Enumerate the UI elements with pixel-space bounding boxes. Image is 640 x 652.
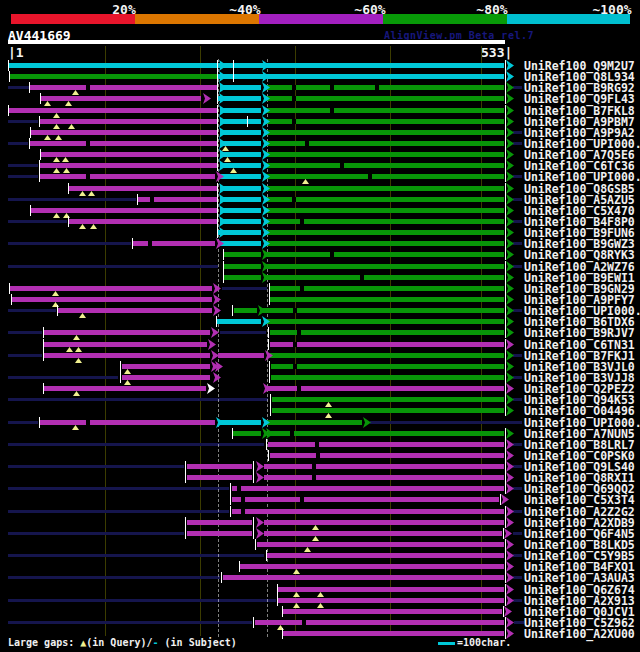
hsp-bar[interactable] [69,219,217,224]
hsp-bar[interactable] [266,174,504,179]
hsp-bar[interactable] [283,609,502,614]
hsp-bar[interactable] [58,308,212,313]
subject-extent-line [8,142,28,145]
hsp-bar[interactable] [266,85,504,90]
hsp-bar[interactable] [232,486,504,491]
hsp-bar[interactable] [218,353,264,358]
hsp-bar[interactable] [270,286,504,291]
hsp-bar[interactable] [266,119,504,124]
hsp-bar[interactable] [187,531,252,536]
hsp-bar[interactable] [122,375,210,380]
hsp-bar[interactable] [240,564,504,569]
hsp-bar[interactable] [40,163,217,168]
hsp-bar[interactable] [224,264,261,269]
hsp-bar[interactable] [266,130,504,135]
hsp-bar[interactable] [266,163,504,168]
hsp-bar[interactable] [255,620,504,625]
hsp-bar[interactable] [278,587,504,592]
hsp-bar[interactable] [283,631,504,636]
hsp-bar[interactable] [224,252,261,257]
hsp-bar[interactable] [264,520,504,525]
hsp-bar[interactable] [271,375,504,380]
hsp-bar[interactable] [268,442,504,447]
hsp-bar[interactable] [270,431,504,436]
hsp-bar[interactable] [272,408,504,413]
hsp-bar[interactable] [10,286,212,291]
hsp-bar[interactable] [69,186,217,191]
hsp-bar[interactable] [12,297,212,302]
hsp-bar[interactable] [223,575,504,580]
hsp-arrow-icon [506,283,514,294]
hsp-bar[interactable] [30,141,217,146]
hsp-bar[interactable] [266,275,504,280]
hsp-bar[interactable] [187,475,252,480]
hsp-bar[interactable] [257,542,504,547]
boundary-tick [217,127,218,138]
hsp-bar[interactable] [262,308,504,313]
hsp-bar[interactable] [217,319,261,324]
hsp-bar[interactable] [40,420,215,425]
hsp-bar[interactable] [270,330,504,335]
hsp-arrow-icon [262,249,270,260]
row-label[interactable]: UniRef100_A2XU00 [524,627,635,641]
hsp-bar[interactable] [31,130,217,135]
hsp-bar[interactable] [264,531,502,536]
hsp-bar[interactable] [44,342,207,347]
subject-extent-line [513,242,522,245]
hsp-bar[interactable] [44,330,210,335]
hsp-bar[interactable] [122,364,210,369]
hsp-bar[interactable] [220,420,261,425]
hsp-bar[interactable] [9,63,504,68]
query-gap-icon [68,124,75,129]
hsp-bar[interactable] [266,96,504,101]
hsp-bar[interactable] [44,386,206,391]
hsp-bar[interactable] [266,141,504,146]
hsp-bar[interactable] [44,353,210,358]
hsp-bar[interactable] [278,598,504,603]
hsp-bar[interactable] [266,420,362,425]
hsp-bar[interactable] [133,241,215,246]
hsp-bar[interactable] [264,464,504,469]
hsp-bar[interactable] [272,397,504,402]
identity-scale-segment [507,14,630,24]
hsp-bar[interactable] [266,319,504,324]
hsp-bar[interactable] [267,553,504,558]
hsp-bar[interactable] [266,252,504,257]
boundary-tick [268,327,269,338]
hsp-bar[interactable] [266,241,504,246]
hsp-bar[interactable] [220,241,261,246]
hsp-bar[interactable] [220,174,261,179]
hsp-bar[interactable] [271,364,504,369]
hsp-arrow-icon [262,417,270,428]
hsp-bar[interactable] [31,208,217,213]
hsp-bar[interactable] [270,353,504,358]
hsp-bar[interactable] [234,308,257,313]
hsp-bar[interactable] [41,152,217,157]
hsp-bar[interactable] [41,96,201,101]
hsp-bar[interactable] [10,74,217,79]
hsp-bar[interactable] [187,520,252,525]
hsp-bar[interactable] [218,74,504,79]
hsp-bar[interactable] [266,230,504,235]
hsp-bar[interactable] [233,431,261,436]
hsp-bar[interactable] [266,386,504,391]
hsp-bar[interactable] [266,197,504,202]
hsp-bar[interactable] [40,119,217,124]
hsp-bar[interactable] [266,152,504,157]
hsp-bar[interactable] [40,174,215,179]
hsp-bar[interactable] [232,509,504,514]
boundary-tick [505,138,506,149]
hsp-bar[interactable] [224,275,261,280]
hsp-bar[interactable] [270,453,504,458]
hsp-bar[interactable] [266,208,504,213]
hsp-bar[interactable] [266,264,504,269]
hsp-bar[interactable] [30,85,217,90]
hsp-bar[interactable] [266,108,504,113]
hsp-bar[interactable] [270,297,504,302]
hsp-bar[interactable] [9,108,217,113]
hsp-bar[interactable] [270,342,504,347]
hsp-bar[interactable] [264,475,504,480]
hsp-bar[interactable] [266,186,504,191]
hsp-bar[interactable] [232,497,499,502]
hsp-bar[interactable] [187,464,252,469]
